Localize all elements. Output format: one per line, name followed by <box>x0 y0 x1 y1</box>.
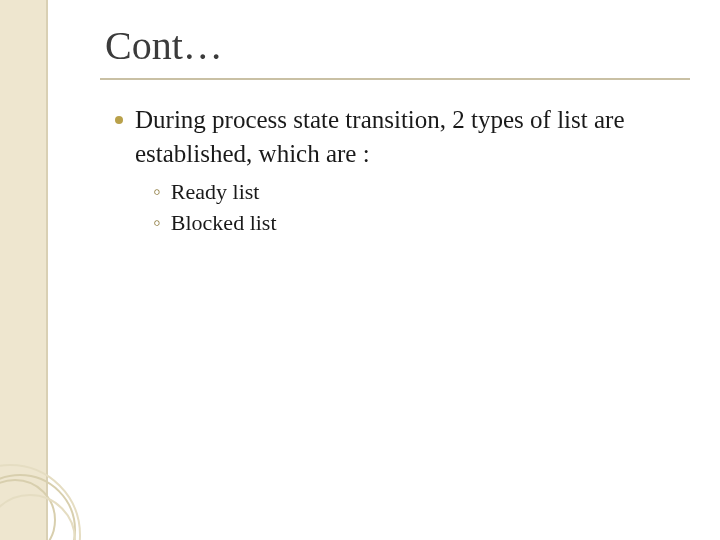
sub-marker-icon: ◦ <box>153 208 161 238</box>
sub-list: ◦ Ready list ◦ Blocked list <box>153 177 685 238</box>
sub-item-text: Blocked list <box>171 208 277 238</box>
sub-item: ◦ Blocked list <box>153 208 685 238</box>
slide-title: Cont… <box>105 22 223 69</box>
sub-item-text: Ready list <box>171 177 260 207</box>
sub-marker-icon: ◦ <box>153 177 161 207</box>
sidebar-decoration <box>0 0 48 540</box>
title-underline <box>100 78 690 80</box>
bullet-text: During process state transition, 2 types… <box>135 103 685 171</box>
slide-content: During process state transition, 2 types… <box>115 103 685 240</box>
bullet-dot-icon <box>115 116 123 124</box>
slide: Cont… During process state transition, 2… <box>0 0 720 540</box>
sub-item: ◦ Ready list <box>153 177 685 207</box>
bullet-item: During process state transition, 2 types… <box>115 103 685 171</box>
